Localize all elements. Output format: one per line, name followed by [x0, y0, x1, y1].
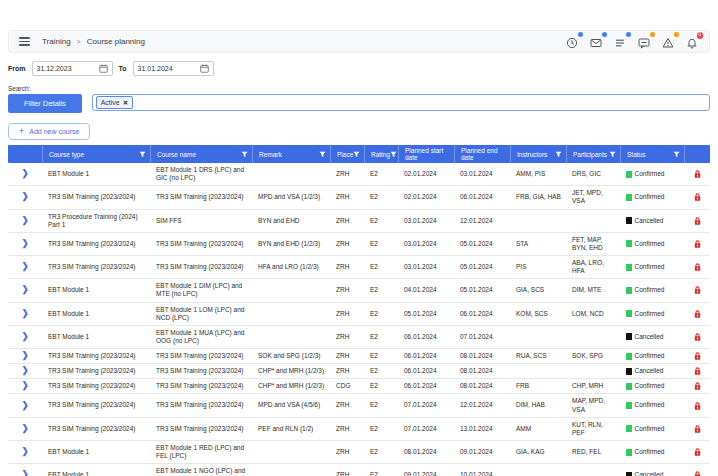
filter-funnel-icon[interactable] — [353, 151, 360, 158]
column-header-place: Place — [330, 145, 364, 163]
table-row[interactable]: ❯TR3 SIM Training (2023/2024)TR3 SIM Tra… — [8, 379, 710, 394]
lock-icon[interactable] — [693, 192, 702, 202]
cell-instructors: FRB — [510, 379, 566, 393]
cell-place: ZRH — [330, 283, 364, 297]
table-row[interactable]: ❯EBT Module 1EBT Module 1 RED (LPC) and … — [8, 441, 710, 464]
expand-row-button[interactable]: ❯ — [8, 364, 42, 378]
active-filters-field[interactable]: Active ✕ — [92, 94, 710, 111]
lock-cell[interactable] — [684, 256, 710, 278]
expand-row-button[interactable]: ❯ — [8, 418, 42, 440]
notifications-icon[interactable]: 0 — [686, 35, 699, 48]
lock-cell[interactable] — [684, 279, 710, 301]
lock-cell[interactable] — [684, 364, 710, 378]
alert-icon[interactable] — [662, 35, 675, 48]
table-row[interactable]: ❯EBT Module 1EBT Module 1 DIM (LPC) and … — [8, 279, 710, 302]
lock-icon[interactable] — [693, 332, 702, 342]
table-body: ❯EBT Module 1EBT Module 1 DRS (LPC) and … — [8, 163, 710, 476]
expand-row-button[interactable]: ❯ — [8, 379, 42, 393]
expand-row-button[interactable]: ❯ — [8, 163, 42, 185]
table-row[interactable]: ❯EBT Module 1EBT Module 1 MUA (LPC) and … — [8, 326, 710, 349]
filter-funnel-icon[interactable] — [139, 151, 146, 158]
chat-icon[interactable] — [638, 35, 651, 48]
lock-icon[interactable] — [693, 424, 702, 434]
filter-funnel-icon[interactable] — [390, 151, 397, 158]
table-row[interactable]: ❯TR3 SIM Training (2023/2024)TR3 SIM Tra… — [8, 364, 710, 379]
filter-funnel-icon[interactable] — [319, 151, 326, 158]
table-row[interactable]: ❯EBT Module 1EBT Module 1 NGO (LPC) and … — [8, 464, 710, 476]
from-date-input[interactable] — [37, 65, 95, 72]
lock-icon[interactable] — [693, 169, 702, 179]
table-row[interactable]: ❯TR3 SIM Training (2023/2024)TR3 SIM Tra… — [8, 418, 710, 441]
table-row[interactable]: ❯TR3 SIM Training (2023/2024)TR3 SIM Tra… — [8, 349, 710, 364]
calendar-icon[interactable] — [200, 64, 209, 73]
cell-instructors: AMM — [510, 422, 566, 436]
close-icon[interactable]: ✕ — [123, 99, 128, 107]
cell-end-date: 08.01.2024 — [454, 379, 510, 393]
lock-icon[interactable] — [693, 309, 702, 319]
breadcrumb-training[interactable]: Training — [42, 37, 71, 46]
cell-course-type: EBT Module 1 — [42, 167, 150, 181]
active-filter-chip[interactable]: Active ✕ — [96, 96, 134, 109]
lock-icon[interactable] — [693, 447, 702, 457]
add-new-course-button[interactable]: + Add new course — [8, 123, 90, 140]
history-icon[interactable] — [566, 35, 579, 48]
lock-icon[interactable] — [693, 381, 702, 391]
lock-icon[interactable] — [693, 239, 702, 249]
cell-instructors — [510, 334, 566, 340]
table-row[interactable]: ❯TR3 Procedure Training (2024) Part 1SIM… — [8, 210, 710, 233]
lock-cell[interactable] — [684, 464, 710, 476]
menu-icon[interactable] — [19, 37, 30, 46]
filter-funnel-icon[interactable] — [609, 151, 616, 158]
table-row[interactable]: ❯TR3 SIM Training (2023/2024)TR3 SIM Tra… — [8, 233, 710, 256]
expand-row-button[interactable]: ❯ — [8, 441, 42, 463]
lock-icon[interactable] — [693, 262, 702, 272]
lock-cell[interactable] — [684, 233, 710, 255]
lock-icon[interactable] — [693, 285, 702, 295]
lock-cell[interactable] — [684, 186, 710, 208]
expand-row-button[interactable]: ❯ — [8, 326, 42, 348]
expand-row-button[interactable]: ❯ — [8, 303, 42, 325]
breadcrumb-course-planning: Course planning — [87, 37, 145, 46]
tasks-icon[interactable] — [614, 35, 627, 48]
lock-cell[interactable] — [684, 349, 710, 363]
status-color-square — [626, 402, 632, 409]
cell-end-date: 12.01.2024 — [454, 214, 510, 228]
cell-remark: BYN and EHD (1/2/3) — [252, 237, 330, 251]
notification-badge — [650, 32, 655, 37]
to-date-field — [133, 61, 214, 76]
table-row[interactable]: ❯TR3 SIM Training (2023/2024)TR3 SIM Tra… — [8, 186, 710, 209]
lock-cell[interactable] — [684, 210, 710, 232]
filter-funnel-icon[interactable] — [555, 151, 562, 158]
lock-icon[interactable] — [693, 401, 702, 411]
filter-funnel-icon[interactable] — [241, 151, 248, 158]
lock-cell[interactable] — [684, 394, 710, 416]
expand-row-button[interactable]: ❯ — [8, 256, 42, 278]
mail-icon[interactable] — [590, 35, 603, 48]
lock-icon[interactable] — [693, 351, 702, 361]
table-row[interactable]: ❯TR3 SIM Training (2023/2024)TR3 SIM Tra… — [8, 394, 710, 417]
expand-row-button[interactable]: ❯ — [8, 233, 42, 255]
lock-cell[interactable] — [684, 303, 710, 325]
lock-icon[interactable] — [693, 366, 702, 376]
expand-row-button[interactable]: ❯ — [8, 349, 42, 363]
lock-icon[interactable] — [693, 470, 702, 476]
expand-row-button[interactable]: ❯ — [8, 186, 42, 208]
lock-cell[interactable] — [684, 163, 710, 185]
table-row[interactable]: ❯EBT Module 1EBT Module 1 DRS (LPC) and … — [8, 163, 710, 186]
lock-icon[interactable] — [693, 216, 702, 226]
filter-funnel-icon[interactable] — [673, 151, 680, 158]
expand-row-button[interactable]: ❯ — [8, 394, 42, 416]
to-date-input[interactable] — [138, 65, 196, 72]
expand-row-button[interactable]: ❯ — [8, 279, 42, 301]
lock-cell[interactable] — [684, 418, 710, 440]
expand-row-button[interactable]: ❯ — [8, 464, 42, 476]
filter-details-button[interactable]: Filter Details — [8, 94, 82, 113]
lock-cell[interactable] — [684, 379, 710, 393]
calendar-icon[interactable] — [99, 64, 108, 73]
lock-cell[interactable] — [684, 326, 710, 348]
lock-cell[interactable] — [684, 441, 710, 463]
column-header-instructors: Instructors — [510, 145, 566, 163]
table-row[interactable]: ❯EBT Module 1EBT Module 1 LOM (LPC) and … — [8, 303, 710, 326]
table-row[interactable]: ❯TR3 SIM Training (2023/2024)TR3 SIM Tra… — [8, 256, 710, 279]
expand-row-button[interactable]: ❯ — [8, 210, 42, 232]
